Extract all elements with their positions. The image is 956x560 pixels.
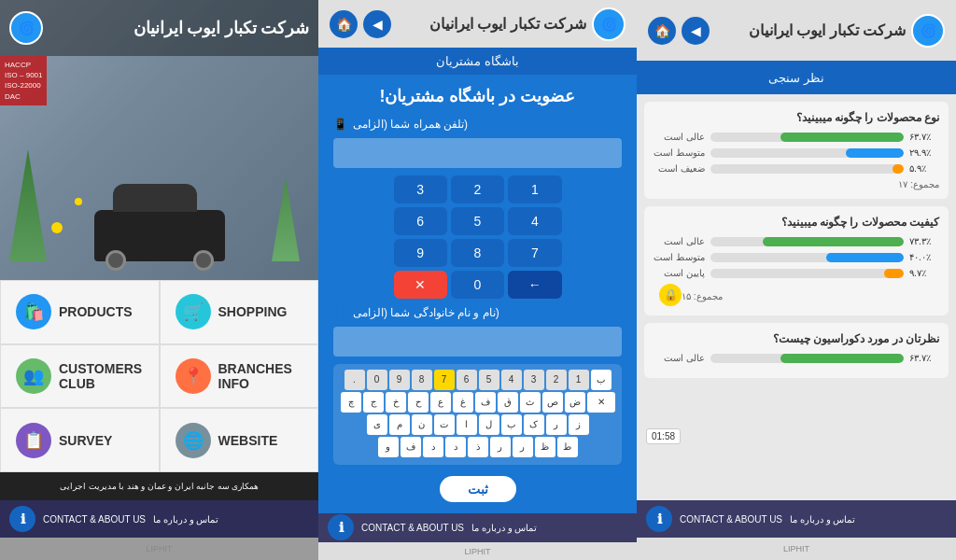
keyboard-row-numbers: . 0 9 8 7 6 5 4 3 2 1 ب bbox=[339, 370, 616, 390]
kb-ra2[interactable]: ر bbox=[513, 437, 533, 457]
register-button[interactable]: ثبت bbox=[440, 476, 516, 502]
phone-input[interactable] bbox=[333, 138, 622, 168]
panel1-header-bar: 🌀 شرکت تکبار ایوب ایرانیان bbox=[0, 0, 318, 56]
key-8[interactable]: 8 bbox=[451, 239, 504, 267]
kb-ya[interactable]: ی bbox=[367, 414, 387, 435]
kb-zad[interactable]: ض bbox=[565, 392, 585, 413]
panel3-logo-circle: 🌀 bbox=[911, 14, 945, 48]
survey-bar-fill-2-2 bbox=[826, 253, 904, 262]
panel2-home-button[interactable]: 🏠 bbox=[330, 10, 358, 38]
kb-waw[interactable]: و bbox=[378, 437, 399, 457]
kb-lam[interactable]: ل bbox=[479, 414, 499, 435]
survey-total-2: مجموع: ۱۵ bbox=[682, 291, 723, 301]
kb-0[interactable]: 0 bbox=[367, 370, 387, 390]
panel2-back-button[interactable]: ◀ bbox=[363, 10, 391, 38]
key-clear[interactable]: ✕ bbox=[394, 271, 447, 299]
kb-mim[interactable]: م bbox=[389, 414, 410, 435]
kb-zal[interactable]: ذ bbox=[468, 437, 488, 457]
panel3-info-icon[interactable]: ℹ bbox=[646, 506, 672, 532]
key-backspace[interactable]: ← bbox=[508, 271, 561, 299]
survey-bar-bg-2-1 bbox=[710, 237, 904, 246]
kb-b[interactable]: ب bbox=[591, 370, 612, 390]
kb-gh[interactable]: غ bbox=[453, 392, 473, 413]
kb-fa-f[interactable]: ف bbox=[401, 437, 421, 457]
kb-dal2[interactable]: د bbox=[445, 437, 466, 457]
kb-6[interactable]: 6 bbox=[457, 370, 477, 390]
survey-section-2-title: کیفیت محصولات را چگونه میبینید؟ bbox=[654, 216, 939, 229]
kb-5[interactable]: 5 bbox=[479, 370, 499, 390]
panel1-contact-bar[interactable]: تماس و درباره ما CONTACT & ABOUT US ℹ bbox=[0, 500, 318, 538]
key-6[interactable]: 6 bbox=[394, 207, 447, 235]
branches-info-button[interactable]: 📍 BRANCHES INFO bbox=[160, 344, 319, 409]
kb-th[interactable]: ث bbox=[520, 392, 541, 413]
kb-2[interactable]: 2 bbox=[546, 370, 567, 390]
panel2-info-icon[interactable]: ℹ bbox=[328, 514, 354, 540]
kb-noon[interactable]: ن bbox=[412, 414, 432, 435]
key-4[interactable]: 4 bbox=[508, 207, 561, 235]
kb-delete[interactable]: ✕ bbox=[587, 392, 615, 413]
kb-9[interactable]: 9 bbox=[389, 370, 410, 390]
survey-row-2-3: ۹.۷٪ پایین است bbox=[654, 268, 939, 278]
kb-1[interactable]: 1 bbox=[569, 370, 589, 390]
website-label: WEBSITE bbox=[218, 433, 278, 448]
kb-h[interactable]: ح bbox=[408, 392, 429, 413]
yellow-dot-small-icon bbox=[75, 198, 82, 205]
products-button[interactable]: 🛍️ PRODUCTS bbox=[0, 280, 160, 344]
kb-ta2[interactable]: ط bbox=[557, 437, 578, 457]
survey-section-3-title: نظرتان در مورد دکوراسیون چیست؟ bbox=[654, 332, 939, 345]
panel2-footer[interactable]: تماس و درباره ما CONTACT & ABOUT US ℹ bbox=[318, 513, 637, 543]
panel3-contact-label: تماس و درباره ما bbox=[790, 514, 855, 525]
kb-ze[interactable]: ز bbox=[569, 414, 589, 435]
keyboard-row-2: چ ج خ ح ع غ ف ق ث ص ض ✕ bbox=[339, 392, 616, 413]
shopping-button[interactable]: 🛒 SHOPPING bbox=[160, 280, 319, 344]
info-icon[interactable]: ℹ bbox=[9, 506, 35, 532]
kb-zha[interactable]: ظ bbox=[535, 437, 555, 457]
kb-kaf[interactable]: ک bbox=[524, 414, 544, 435]
website-button[interactable]: 🌐 WEBSITE bbox=[160, 408, 319, 472]
kb-ch[interactable]: چ bbox=[341, 392, 361, 413]
key-7[interactable]: 7 bbox=[508, 239, 561, 267]
name-input[interactable] bbox=[333, 327, 622, 357]
panel3-footer[interactable]: تماس و درباره ما CONTACT & ABOUT US ℹ bbox=[637, 500, 956, 538]
kb-alef[interactable]: ا bbox=[457, 414, 477, 435]
kb-sad[interactable]: ص bbox=[542, 392, 563, 413]
kb-be[interactable]: ب bbox=[501, 414, 522, 435]
panel2-company-name: شرکت تکبار ایوب ایرانیان bbox=[429, 15, 586, 33]
kb-dot[interactable]: . bbox=[344, 370, 365, 390]
key-3[interactable]: 3 bbox=[394, 175, 447, 203]
kb-f[interactable]: ف bbox=[475, 392, 496, 413]
kb-ain[interactable]: ع bbox=[430, 392, 451, 413]
key-9[interactable]: 9 bbox=[394, 239, 447, 267]
panel3-back-button[interactable]: ◀ bbox=[682, 17, 710, 45]
kb-j[interactable]: ج bbox=[363, 392, 384, 413]
kb-kh[interactable]: خ bbox=[386, 392, 406, 413]
survey-section-1-title: نوع محصولات را چگونه میبینید؟ bbox=[654, 111, 939, 124]
kb-8[interactable]: 8 bbox=[412, 370, 432, 390]
person-icon: 👤 bbox=[333, 306, 347, 319]
kb-7[interactable]: 7 bbox=[434, 370, 455, 390]
kb-ra[interactable]: ر bbox=[490, 437, 511, 457]
kb-dal[interactable]: د bbox=[423, 437, 443, 457]
survey-label-1-3: ضعیف است bbox=[654, 163, 705, 174]
key-1[interactable]: 1 bbox=[508, 175, 561, 203]
website-icon: 🌐 bbox=[176, 423, 211, 458]
kb-re[interactable]: ر bbox=[546, 414, 567, 435]
survey-row-1-2: ۲۹.۹٪ متوسط است bbox=[654, 147, 939, 158]
kb-ta[interactable]: ت bbox=[434, 414, 455, 435]
panel3-home-button[interactable]: 🏠 bbox=[648, 17, 676, 45]
survey-bar-bg-2-3 bbox=[710, 269, 904, 278]
kb-q[interactable]: ق bbox=[498, 392, 518, 413]
panel3-logo-area: 🌀 شرکت تکبار ایوب ایرانیان bbox=[749, 14, 945, 48]
panel2: 🏠 ◀ 🌀 شرکت تکبار ایوب ایرانیان باشگاه مش… bbox=[318, 0, 637, 560]
key-2[interactable]: 2 bbox=[451, 175, 504, 203]
phone-label: (تلفن همراه شما (الزامی bbox=[353, 118, 468, 131]
panel3-top-bar: نظر سنجی bbox=[637, 61, 956, 94]
panel2-bottom-logo-text: LIPHIT bbox=[464, 547, 490, 556]
kb-4[interactable]: 4 bbox=[501, 370, 522, 390]
survey-label-2-1: عالی است bbox=[654, 236, 705, 246]
survey-button[interactable]: 📋 SURVEY bbox=[0, 408, 160, 472]
key-5[interactable]: 5 bbox=[451, 207, 504, 235]
customers-club-button[interactable]: 👥 CUSTOMERS CLUB bbox=[0, 344, 160, 409]
kb-3[interactable]: 3 bbox=[524, 370, 544, 390]
key-0[interactable]: 0 bbox=[451, 271, 504, 299]
